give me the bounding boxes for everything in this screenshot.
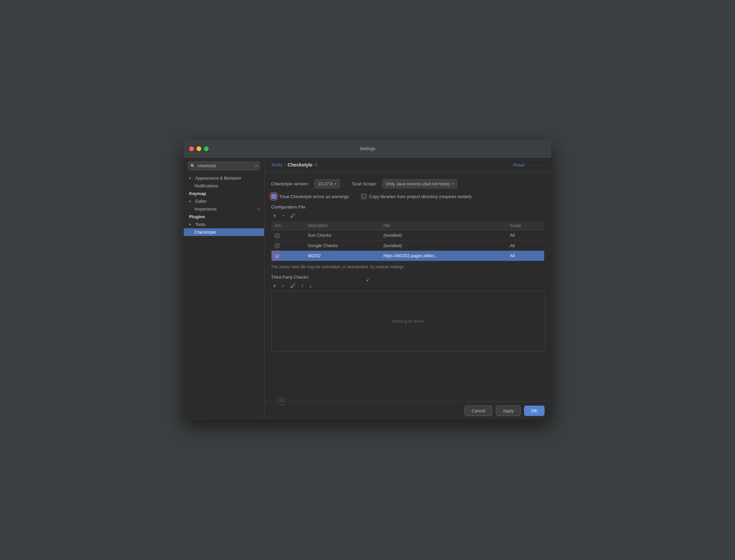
sidebar-item-label: Inspections [194, 206, 217, 212]
right-panel: Tools › Checkstyle ⊡ Reset ← → Checkstyl… [264, 157, 551, 420]
row-active-checkbox[interactable] [275, 233, 279, 238]
sidebar-item-badge: ⊡ [257, 207, 260, 211]
edit-third-party-button[interactable]: 🖊 [288, 282, 298, 290]
sidebar-item-label: Checkstyle [194, 230, 216, 235]
main-content: 🔍 ✕ ▾ Appearance & Behavior Notification… [184, 157, 551, 420]
close-button[interactable] [189, 146, 194, 151]
config-table-toolbar: + − 🖊 [271, 212, 545, 220]
copy-libraries-label: Copy libraries from project directory (r… [369, 194, 472, 199]
chevron-down-icon: ▾ [189, 223, 193, 226]
config-file-section-title: Configuration File [271, 204, 545, 209]
sidebar-item-label: Notifications [194, 183, 218, 188]
edit-config-button[interactable]: 🖊 [288, 212, 298, 220]
table-row[interactable]: Sun Checks (bundled) All [271, 230, 545, 241]
col-header-description: Description [304, 221, 380, 230]
row-active-checkbox[interactable] [275, 243, 279, 248]
window-title: Settings [360, 146, 376, 151]
pin-icon: ⊡ [314, 162, 318, 167]
config-table: Act... Description File Scope [271, 221, 545, 261]
third-party-toolbar: + − 🖊 ↑ ↓ [271, 282, 545, 290]
sidebar-item-tools[interactable]: ▾ Tools [184, 221, 264, 228]
panel-body: Checkstyle version: 10.17.0 ▾ Scan Scope… [264, 173, 551, 401]
search-icon: 🔍 [190, 164, 195, 168]
sidebar-item-inspections[interactable]: Inspections ⊡ [184, 205, 264, 213]
maximize-button[interactable] [204, 146, 209, 151]
row-file: (bundled) [380, 240, 507, 251]
checkstyle-version-dropdown[interactable]: 10.17.0 ▾ [314, 179, 340, 188]
row-description: Sun Checks [304, 230, 380, 241]
remove-third-party-button[interactable]: − [279, 282, 287, 290]
traffic-lights [189, 146, 209, 151]
sidebar-item-editor[interactable]: ▾ Editor [184, 197, 264, 205]
row-checkbox-wrap [275, 243, 301, 248]
sidebar-item-appearance[interactable]: ▾ Appearance & Behavior [184, 174, 264, 182]
move-down-button[interactable]: ↓ [307, 282, 314, 290]
treat-warnings-label: Treat Checkstyle errors as warnings [279, 194, 349, 199]
search-box: 🔍 ✕ [188, 161, 260, 170]
treat-warnings-checkbox[interactable] [271, 194, 276, 199]
table-row[interactable]: Google Checks (bundled) All [271, 240, 545, 251]
chevron-down-icon: ▾ [189, 176, 193, 180]
checkbox-options-row: Treat Checkstyle errors as warnings Copy… [271, 194, 545, 199]
add-config-button[interactable]: + [271, 212, 278, 220]
scan-scope-value: Only Java sources (but not tests) [386, 181, 450, 186]
row-file: https://iti0202.pages.taltec... [380, 251, 507, 261]
col-header-file: File [380, 221, 507, 230]
breadcrumb-current: Checkstyle [288, 162, 312, 168]
row-file: (bundled) [380, 230, 507, 241]
breadcrumb: Tools › Checkstyle ⊡ [271, 162, 318, 168]
third-party-area: Nothing to show [271, 291, 545, 352]
copy-libraries-row: Copy libraries from project directory (r… [361, 194, 472, 199]
chevron-down-icon: ▾ [335, 182, 336, 186]
sidebar-item-checkstyle[interactable]: Checkstyle ⊡ [184, 228, 264, 236]
minimize-button[interactable] [197, 146, 201, 151]
sidebar-item-label: Appearance & Behavior [195, 176, 241, 181]
sidebar-item-label: Editor [195, 199, 207, 204]
cancel-button[interactable]: Cancel [465, 406, 492, 416]
help-button[interactable]: ? [278, 398, 285, 405]
ok-button[interactable]: OK [524, 406, 545, 416]
third-party-section-title: Third-Party Checks [271, 275, 545, 280]
sidebar-item-label: Tools [195, 222, 205, 227]
row-scope: All [507, 230, 545, 241]
sidebar-item-plugins[interactable]: Plugins [184, 213, 264, 221]
sidebar-item-keymap[interactable]: Keymap [184, 190, 264, 197]
breadcrumb-separator: › [284, 162, 286, 168]
apply-button[interactable]: Apply [496, 406, 521, 416]
forward-button[interactable]: → [537, 161, 545, 168]
info-text: The active rules file may be overridden,… [271, 265, 545, 269]
row-scope: All [507, 251, 545, 261]
settings-window: Settings 🔍 ✕ ▾ Appearance & Behavior Not… [184, 140, 551, 420]
panel-header: Tools › Checkstyle ⊡ Reset ← → [264, 157, 551, 173]
row-active-checkbox[interactable] [275, 254, 279, 259]
nothing-to-show-text: Nothing to show [392, 319, 423, 324]
add-third-party-button[interactable]: + [271, 282, 278, 290]
search-clear-button[interactable]: ✕ [255, 164, 258, 168]
bottom-bar: ? Cancel Apply OK [264, 401, 551, 420]
chevron-down-icon: ▾ [189, 199, 193, 203]
breadcrumb-parent[interactable]: Tools [271, 162, 282, 168]
chevron-down-icon: ▾ [452, 182, 453, 186]
move-up-button[interactable]: ↑ [299, 282, 306, 290]
scan-scope-label: Scan Scope: [352, 181, 377, 186]
back-button[interactable]: ← [527, 161, 534, 168]
reset-button[interactable]: Reset [513, 162, 524, 168]
table-row-selected[interactable]: iti0202 https://iti0202.pages.taltec... … [271, 251, 545, 261]
version-scope-row: Checkstyle version: 10.17.0 ▾ Scan Scope… [271, 179, 545, 188]
sidebar-item-label: Plugins [189, 214, 205, 219]
checkstyle-version-value: 10.17.0 [318, 181, 333, 186]
bottom-bar-inner: ? Cancel Apply OK [271, 406, 545, 416]
col-header-active: Act... [271, 221, 305, 230]
remove-config-button[interactable]: − [279, 212, 287, 220]
search-input[interactable] [188, 161, 260, 170]
row-description: Google Checks [304, 240, 380, 251]
copy-libraries-checkbox[interactable] [361, 194, 366, 199]
scan-scope-dropdown[interactable]: Only Java sources (but not tests) ▾ [382, 179, 457, 188]
sidebar-tree: ▾ Appearance & Behavior Notifications Ke… [184, 174, 264, 420]
checkstyle-version-label: Checkstyle version: [271, 181, 309, 186]
col-header-scope: Scope [507, 221, 545, 230]
row-description: iti0202 [304, 251, 380, 261]
sidebar-item-label: Keymap [189, 191, 206, 196]
header-right: Reset ← → [513, 161, 545, 168]
sidebar-item-notifications[interactable]: Notifications [184, 182, 264, 190]
